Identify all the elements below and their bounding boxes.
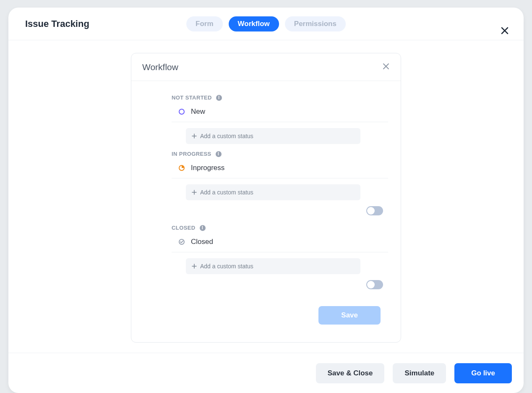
add-custom-label: Add a custom status xyxy=(200,133,253,139)
card-title: Workflow xyxy=(142,62,178,72)
section-in-progress: IN PROGRESS i Inprogress Add a custom st… xyxy=(144,151,388,218)
close-icon xyxy=(500,26,509,35)
modal-footer: Save & Close Simulate Go live xyxy=(8,353,524,393)
simulate-button[interactable]: Simulate xyxy=(393,363,446,383)
svg-point-0 xyxy=(179,109,184,114)
go-live-button[interactable]: Go live xyxy=(454,363,512,383)
page-title: Issue Tracking xyxy=(25,18,89,29)
close-icon xyxy=(382,63,390,70)
section-heading: IN PROGRESS i xyxy=(144,151,388,157)
status-item-new[interactable]: New xyxy=(172,106,388,122)
add-custom-label: Add a custom status xyxy=(200,189,253,196)
tab-permissions[interactable]: Permissions xyxy=(285,16,346,31)
half-circle-icon xyxy=(178,165,185,171)
status-label: Inprogress xyxy=(191,164,224,172)
section-not-started: NOT STARTED i New Add a custom status xyxy=(144,94,388,144)
card-footer: Save xyxy=(144,299,388,332)
plus-icon xyxy=(192,134,197,139)
card-body: NOT STARTED i New Add a custom status xyxy=(131,81,401,342)
check-circle-icon xyxy=(178,238,185,245)
tab-form[interactable]: Form xyxy=(186,16,223,31)
add-custom-status-button[interactable]: Add a custom status xyxy=(186,128,360,144)
modal-header: Issue Tracking Form Workflow Permissions xyxy=(8,8,524,40)
add-custom-status-button[interactable]: Add a custom status xyxy=(186,258,360,274)
plus-icon xyxy=(192,190,197,195)
status-label: Closed xyxy=(191,238,213,246)
info-icon[interactable]: i xyxy=(200,225,206,231)
add-custom-status-button[interactable]: Add a custom status xyxy=(186,184,360,200)
tab-bar: Form Workflow Permissions xyxy=(186,16,346,31)
modal-body: Workflow NOT STARTED i New xyxy=(8,40,524,353)
plus-icon xyxy=(192,264,197,269)
section-heading: CLOSED i xyxy=(144,225,388,231)
section-heading-text: NOT STARTED xyxy=(172,94,212,101)
info-icon[interactable]: i xyxy=(216,151,222,157)
section-heading-text: IN PROGRESS xyxy=(172,151,211,157)
section-toggle[interactable] xyxy=(366,280,383,289)
close-button[interactable] xyxy=(500,26,509,37)
card-close-button[interactable] xyxy=(382,63,390,71)
section-heading-text: CLOSED xyxy=(172,225,196,231)
status-item-closed[interactable]: Closed xyxy=(172,236,388,252)
section-toggle[interactable] xyxy=(366,206,383,215)
save-button[interactable]: Save xyxy=(318,306,381,325)
workflow-card: Workflow NOT STARTED i New xyxy=(131,53,401,343)
status-item-inprogress[interactable]: Inprogress xyxy=(172,162,388,178)
add-custom-label: Add a custom status xyxy=(200,263,253,270)
card-header: Workflow xyxy=(131,53,401,81)
save-and-close-button[interactable]: Save & Close xyxy=(316,363,385,383)
info-icon[interactable]: i xyxy=(216,95,222,101)
tab-workflow[interactable]: Workflow xyxy=(229,16,279,31)
circle-icon xyxy=(178,108,185,115)
toggle-row xyxy=(144,274,388,292)
section-closed: CLOSED i Closed Add a custom status xyxy=(144,225,388,292)
toggle-row xyxy=(144,200,388,218)
status-label: New xyxy=(191,107,205,116)
section-heading: NOT STARTED i xyxy=(144,94,388,101)
modal-dialog: Issue Tracking Form Workflow Permissions… xyxy=(8,8,524,393)
